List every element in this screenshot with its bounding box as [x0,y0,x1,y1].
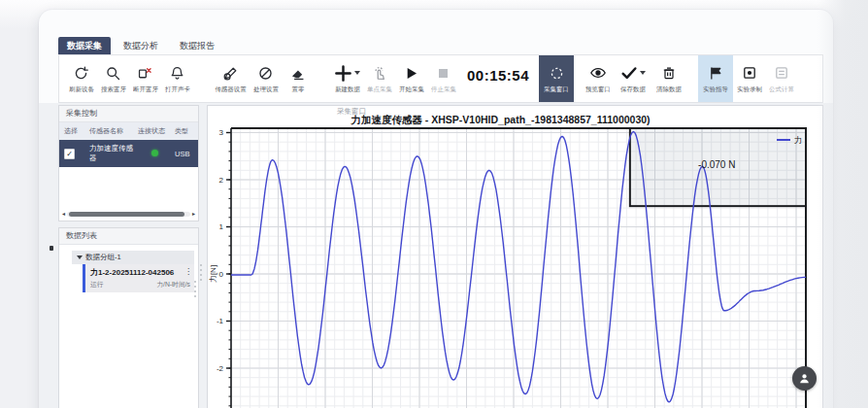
refresh-icon [73,64,89,83]
disconnect-bluetooth-button[interactable]: 断开蓝牙 [129,56,161,101]
record-icon [742,64,757,83]
clear-data-button[interactable]: 清除数据 [652,56,684,101]
eraser-icon [289,64,306,83]
sensor-table-hscrollbar[interactable]: ◂ ▸ [62,211,195,218]
collect-control-panel: 采集控制 选择 传感器名称 连接状态 类型 ✓ 力加速度传感器 USB ◂ ▸ [58,105,199,221]
scroll-right-icon[interactable]: ▸ [192,211,195,218]
refresh-device-button[interactable]: 刷新设备 [65,56,97,101]
tree-expand-icon[interactable] [77,255,83,259]
dashed-circle-icon [549,64,565,83]
sensor-type: USB [173,140,198,167]
chart-panel: 采集窗口 力加速度传感器 - XHSP-V10HID_path_-1981348… [207,105,823,408]
search-icon [105,64,121,83]
tab-data-analysis[interactable]: 数据分析 [115,37,167,54]
eye-icon [589,64,607,83]
play-icon [403,64,419,83]
app-window: 数据采集 数据分析 数据报告 刷新设备 搜索蓝牙 断开蓝牙 打开声卡 [39,10,833,408]
status-connected-dot [151,150,158,156]
chart-plot[interactable]: 3210-1-2力[N]-0.070 N力 [208,106,821,408]
data-item-axes: 力/N-时间/s [156,280,190,289]
toolbar: 刷新设备 搜索蓝牙 断开蓝牙 打开声卡 传感器设置 处理设置 [58,54,823,103]
trash-icon [661,64,677,83]
svg-text:1: 1 [219,222,224,231]
hscroll-track[interactable] [67,212,190,217]
data-group-row[interactable]: 数据分组-1 [72,251,194,264]
save-data-button[interactable]: 保存数据 [614,56,652,101]
assistant-person-icon [797,371,812,386]
zero-button[interactable]: 置零 [282,56,314,101]
sidebar-collapse-handle[interactable] [50,246,53,251]
data-list-scroll-dots[interactable] [194,281,196,297]
stop-icon [436,64,451,83]
stop-collect-button[interactable]: 停止采集 [427,56,459,101]
svg-text:-0.070 N: -0.070 N [698,159,735,170]
single-point-collect-button[interactable]: 单点采集 [363,56,395,101]
sensor-row[interactable]: ✓ 力加速度传感器 USB [59,140,198,167]
svg-text:力: 力 [794,135,803,145]
tab-data-collect[interactable]: 数据采集 [58,37,111,54]
svg-text:3: 3 [219,128,224,137]
experiment-record-button[interactable]: 实验录制 [733,56,765,101]
formula-calc-button[interactable]: 公式计算 [765,56,797,101]
tab-data-report[interactable]: 数据报告 [171,37,223,54]
data-item-title: 力1-2-20251112-042506 [90,267,190,278]
svg-text:-2: -2 [217,364,224,373]
sensor-pen-icon [222,64,239,83]
bell-icon [169,64,185,83]
svg-text:-1: -1 [217,317,224,325]
tap-icon [371,64,387,83]
process-settings-button[interactable]: 处理设置 [250,56,282,101]
sensor-table: 选择 传感器名称 连接状态 类型 ✓ 力加速度传感器 USB [59,122,198,167]
search-bluetooth-button[interactable]: 搜索蓝牙 [97,56,129,101]
bluetooth-disconnect-icon [137,64,153,83]
plus-icon [334,64,360,83]
start-collect-button[interactable]: 开始采集 [395,56,427,101]
sensor-table-header: 选择 传感器名称 连接状态 类型 [59,122,198,140]
sensor-name: 力加速度传感器 [87,140,136,167]
svg-text:0: 0 [219,270,224,279]
assistant-fab[interactable] [792,366,817,391]
calculator-icon [774,64,789,83]
data-item-status: 运行 [90,280,104,289]
collect-control-title: 采集控制 [59,106,198,122]
scroll-left-icon[interactable]: ◂ [62,211,65,218]
slash-circle-icon [257,64,274,83]
data-group-label: 数据分组-1 [85,251,121,264]
sensor-checkbox[interactable]: ✓ [64,149,75,159]
data-list-item[interactable]: 力1-2-20251112-042506 运行 力/N-时间/s ⋮ [83,264,194,292]
guide-flag-icon [708,64,724,83]
data-list-panel: 数据列表 数据分组-1 力1-2-20251112-042506 运行 力/N-… [58,227,199,408]
hscroll-thumb[interactable] [69,212,184,217]
svg-text:2: 2 [219,176,224,185]
item-menu-icon[interactable]: ⋮ [184,267,192,276]
collect-timer: 00:15:54 [467,67,529,84]
svg-text:力[N]: 力[N] [209,265,217,283]
sensor-settings-button[interactable]: 传感器设置 [211,56,250,101]
panel-splitter-handle[interactable] [200,264,202,281]
experiment-guide-button[interactable]: 实验指导 [698,55,733,102]
open-soundcard-button[interactable]: 打开声卡 [161,56,193,101]
main-tabbar: 数据采集 数据分析 数据报告 [58,37,223,54]
caret-down-icon [354,71,360,75]
collect-window-button[interactable]: 采集窗口 [539,55,574,102]
caret-down-icon [640,71,646,75]
preview-window-button[interactable]: 预览窗口 [582,56,614,101]
data-list-title: 数据列表 [59,228,198,245]
check-icon [620,64,646,83]
new-data-button[interactable]: 新建数据 [331,56,363,101]
